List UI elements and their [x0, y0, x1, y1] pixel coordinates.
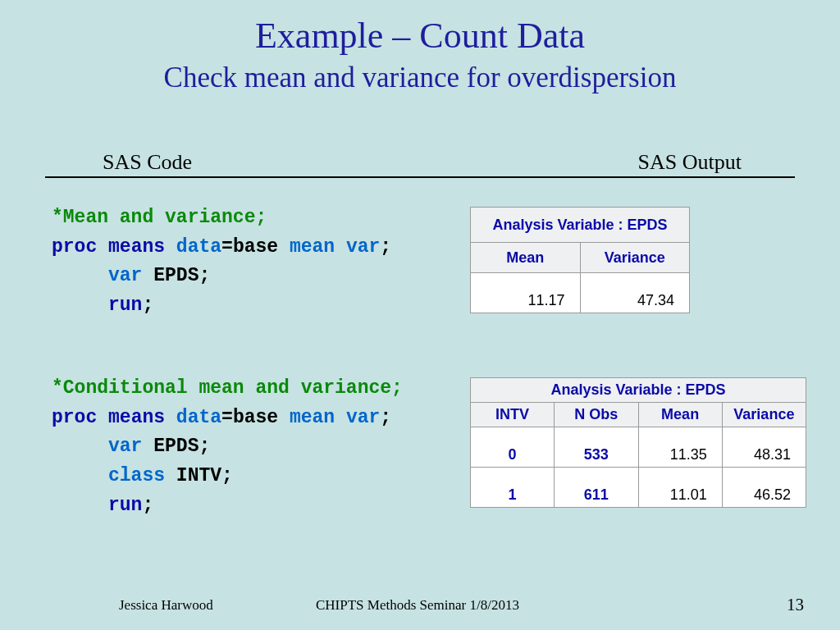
footer-author: Jessica Harwood — [119, 597, 213, 614]
slide-subtitle: Check mean and variance for overdispersi… — [0, 62, 840, 94]
code2-mean-opt: mean — [290, 407, 335, 428]
slide-title: Example – Count Data — [0, 15, 840, 57]
sas-code-block-2: *Conditional mean and variance; proc mea… — [52, 374, 403, 520]
table2-r1-mean: 11.01 — [638, 468, 722, 508]
table2-title: Analysis Variable : EPDS — [471, 378, 806, 403]
code1-means: means — [108, 236, 165, 258]
table2-header-var: Variance — [722, 403, 806, 427]
code2-var-opt: var — [346, 407, 380, 428]
code1-var-opt: var — [346, 236, 380, 258]
table1-title: Analysis Variable : EPDS — [471, 208, 690, 243]
code2-run: run — [108, 495, 142, 516]
code1-data-opt: data — [176, 236, 221, 258]
sas-output-table-2: Analysis Variable : EPDS INTV N Obs Mean… — [470, 377, 806, 508]
sas-code-block-1: *Mean and variance; proc means data=base… — [52, 203, 391, 321]
footer-page-number: 13 — [787, 595, 804, 615]
table2-r0-var: 48.31 — [722, 427, 806, 468]
table2-r0-nobs: 533 — [555, 427, 638, 468]
slide: Example – Count Data Check mean and vari… — [0, 0, 840, 630]
table2-header-nobs: N Obs — [555, 403, 638, 427]
table1-mean-value: 11.17 — [471, 273, 581, 313]
columns-header: SAS Code SAS Output — [45, 152, 795, 178]
code2-class-kw: class — [108, 465, 165, 486]
table1-variance-value: 47.34 — [580, 273, 690, 313]
code2-var-name: EPDS; — [142, 436, 210, 457]
table2-r0-mean: 11.35 — [638, 427, 722, 468]
title-block: Example – Count Data Check mean and vari… — [0, 0, 840, 94]
table2-r1-nobs: 611 — [555, 468, 638, 508]
code1-var-kw: var — [108, 265, 142, 286]
code2-var-kw: var — [108, 436, 142, 457]
table2-header-intv: INTV — [471, 403, 555, 427]
code2-proc: proc — [52, 407, 97, 428]
table1-header-variance: Variance — [580, 243, 690, 273]
code1-base: =base — [221, 236, 290, 258]
table-row: 1 611 11.01 46.52 — [471, 468, 806, 508]
footer-venue: CHIPTS Methods Seminar 1/8/2013 — [316, 597, 519, 614]
code1-mean-opt: mean — [290, 236, 335, 258]
table2-r1-var: 46.52 — [722, 468, 806, 508]
table2-r1-intv: 1 — [471, 468, 555, 508]
table-row: 0 533 11.35 48.31 — [471, 427, 806, 468]
table1-header-mean: Mean — [471, 243, 581, 273]
table2-header-mean: Mean — [638, 403, 722, 427]
code1-comment: *Mean and variance — [52, 207, 255, 228]
sas-output-table-1: Analysis Variable : EPDS Mean Variance 1… — [470, 207, 690, 313]
code1-var-name: EPDS; — [142, 265, 210, 286]
code2-means: means — [108, 407, 165, 428]
column-label-output: SAS Output — [638, 150, 742, 175]
code2-data-opt: data — [176, 407, 221, 428]
code2-comment: *Conditional mean and variance — [52, 377, 391, 399]
code1-proc: proc — [52, 236, 97, 258]
code2-class-name: INTV; — [165, 465, 233, 486]
code2-base: =base — [221, 407, 290, 428]
table2-r0-intv: 0 — [471, 427, 555, 468]
code1-run: run — [108, 294, 142, 316]
column-label-code: SAS Code — [103, 150, 192, 175]
